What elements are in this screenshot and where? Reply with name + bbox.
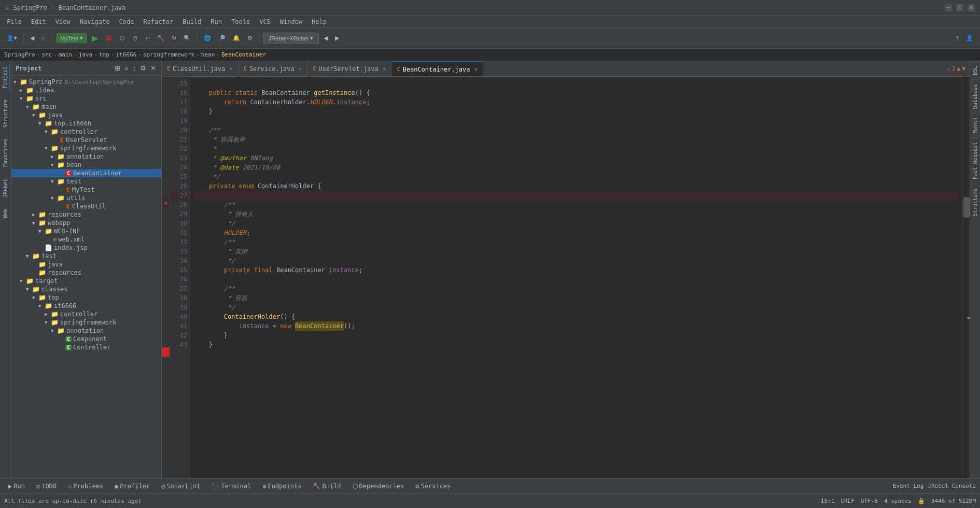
tree-controller[interactable]: ▼ 📁 controller [11,128,161,136]
debug-button[interactable]: 🐞 [103,33,115,43]
maximize-button[interactable]: □ [956,4,963,11]
help-button[interactable]: ? [953,34,961,43]
bottom-tab-todo[interactable]: ☑ TODO [32,482,61,491]
status-memory[interactable]: 3446 of 5120M [931,498,976,504]
bsl-panel-tab[interactable]: BSL [971,61,979,79]
sidebar-layout-btn[interactable]: ⊞ [114,63,121,73]
breadcrumb-bean[interactable]: bean [201,51,215,58]
menu-file[interactable]: File [3,17,26,26]
tree-src[interactable]: ▼ 📁 src [11,94,161,103]
project-icon-btn[interactable]: 👤▾ [4,33,20,43]
tree-target[interactable]: ▼ 📁 target [11,277,161,285]
status-line-ending[interactable]: CRLF [841,498,855,504]
tree-resources[interactable]: ▶ 📁 resources [11,210,161,219]
tree-beancontainer[interactable]: C BeanContainer [11,169,161,177]
menu-tools[interactable]: Tools [227,17,254,26]
structure-right-panel-tab[interactable]: Structure [971,184,979,220]
sidebar-sort-btn[interactable]: ↕ [132,63,137,73]
tree-it6666-classes[interactable]: ▼ 📁 it6666 [11,302,161,310]
breadcrumb-springframework[interactable]: springframework [143,51,194,58]
web-panel-tab[interactable]: Web [2,206,9,221]
bottom-tab-terminal[interactable]: ⬛ Terminal [207,482,255,491]
menu-navigate[interactable]: Navigate [76,17,114,26]
warning-nav-up[interactable]: ▲ [957,65,961,72]
tab-userservlet[interactable]: C UserServlet.java ✕ [307,61,391,77]
bottom-tab-services[interactable]: ⚙ Services [411,482,455,491]
tree-top-it6666[interactable]: ▼ 📁 top.it6666 [11,119,161,128]
search2-button[interactable]: 🔎 [216,33,228,43]
tree-test-folder[interactable]: ▼ 📁 test [11,177,161,186]
breadcrumb-beancontainer[interactable]: BeanContainer [221,51,266,58]
fast-request-panel-tab[interactable]: Fast Request [971,137,979,184]
menu-refactor[interactable]: Refactor [139,17,177,26]
maven-panel-tab[interactable]: Maven [971,113,979,137]
tree-java[interactable]: ▼ 📁 java [11,111,161,119]
tab-beancontainer[interactable]: C BeanContainer.java ✕ [391,61,483,77]
status-encoding[interactable]: UTF-8 [861,498,878,504]
project-panel-tab[interactable]: Project [1,63,10,91]
bottom-tab-run[interactable]: ▶ Run [4,482,29,491]
tree-java-test[interactable]: 📁 java [11,260,161,269]
tab-close-beancontainer[interactable]: ✕ [474,66,478,73]
menu-build[interactable]: Build [178,17,205,26]
tree-mytest[interactable]: C MyTest [11,186,161,194]
tree-controller-class[interactable]: C Controller [11,343,161,351]
settings-button[interactable]: ⚙ [245,33,255,43]
tree-annotation[interactable]: ▶ 📁 annotation [11,152,161,161]
breadcrumb-top[interactable]: top [99,51,109,58]
status-position[interactable]: 15:1 [821,498,835,504]
run-config-dropdown[interactable]: MyTest ▾ [56,33,87,43]
tree-resources-test[interactable]: 📁 resources [11,269,161,277]
bottom-tab-profiler[interactable]: ◉ Profiler [110,482,154,491]
translate-button[interactable]: 🌐 [201,33,214,43]
profile-button[interactable]: ⏱ [130,34,141,43]
menu-edit[interactable]: Edit [27,17,50,26]
menu-window[interactable]: Window [276,17,306,26]
menu-help[interactable]: Help [307,17,331,26]
build-button[interactable]: 🔨 [155,33,167,43]
breadcrumb-java[interactable]: java [79,51,93,58]
bottom-tab-endpoints[interactable]: ⊕ Endpoints [258,482,305,491]
minimize-button[interactable]: ─ [945,4,952,11]
code-content[interactable]: public static BeanContainer getInstance(… [190,77,962,478]
bottom-tab-problems[interactable]: ⚠ Problems [64,482,107,491]
warning-nav-down[interactable]: ▼ [962,65,965,72]
tree-controller-classes[interactable]: ▶ 📁 controller [11,310,161,318]
tree-bean[interactable]: ▼ 📁 bean [11,161,161,169]
close-button[interactable]: ✕ [968,4,975,11]
tree-component[interactable]: C Component [11,335,161,343]
next-change-button[interactable]: ▶ [332,33,342,43]
forward-button[interactable]: ▶ [39,33,48,43]
sidebar-settings-btn[interactable]: ⚙ [139,63,147,73]
bottom-tab-sonarlint[interactable]: ◎ SonarLint [157,482,204,491]
jrebel-btn[interactable]: JRebel+XRebel ▾ [263,33,319,44]
run-button[interactable]: ▶ [89,32,101,45]
menu-run[interactable]: Run [206,17,226,26]
tree-main[interactable]: ▼ 📁 main [11,103,161,111]
tab-close-classutil[interactable]: ✕ [229,65,233,72]
breadcrumb-it6666[interactable]: it6666 [116,51,136,58]
tree-utils[interactable]: ▼ 📁 utils [11,194,161,202]
bottom-tab-dependencies[interactable]: ⬡ Dependencies [348,482,409,491]
tab-service[interactable]: C Service.java ✕ [239,61,307,77]
breadcrumb-main[interactable]: main [59,51,73,58]
sidebar-close-btn[interactable]: ✕ [149,63,157,73]
jrebel-console-btn[interactable]: JRebel Console [928,483,976,489]
tree-idea[interactable]: ▶ 📁 .idea [11,86,161,94]
tab-classutil[interactable]: C ClassUtil.java ✕ [162,61,239,77]
notif-button[interactable]: 🔔 [230,33,243,43]
sync-button[interactable]: ↻ [169,33,179,43]
stop-button[interactable]: ↩ [143,33,152,43]
tree-top-classes[interactable]: ▼ 📁 top [11,293,161,302]
back-button[interactable]: ◀ [27,33,37,43]
bottom-tab-build[interactable]: 🔨 Build [309,482,345,491]
favorites-panel-tab[interactable]: Favorites [2,136,9,170]
tree-springframework[interactable]: ▼ 📁 springframework [11,144,161,152]
menu-view[interactable]: View [51,17,75,26]
tree-indexjsp[interactable]: 📄 index.jsp [11,244,161,252]
menu-vcs[interactable]: VCS [255,17,275,26]
tree-webinf[interactable]: ▼ 📁 WEB-INF [11,227,161,235]
sidebar-list-btn[interactable]: ≡ [123,63,130,73]
scrollbar-track[interactable] [962,77,970,478]
structure-panel-tab[interactable]: Structure [2,96,9,131]
